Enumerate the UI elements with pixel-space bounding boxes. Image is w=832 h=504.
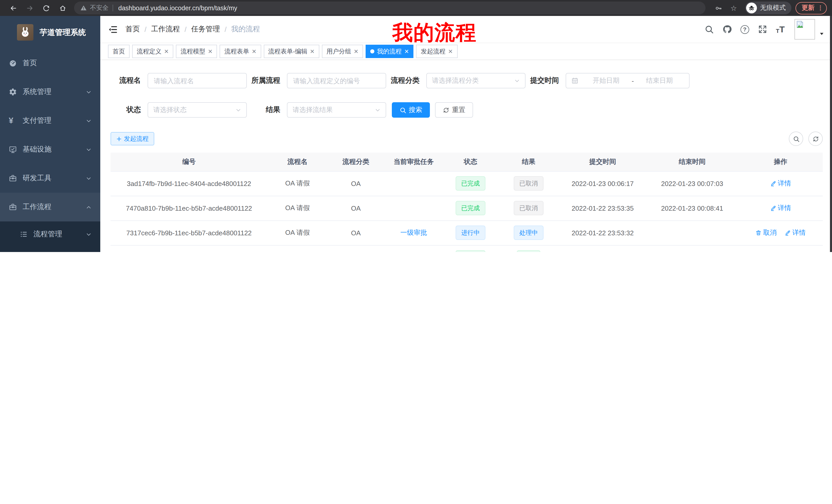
start-date-placeholder: 开始日期 xyxy=(581,76,631,85)
hide-search-button[interactable] xyxy=(789,132,803,146)
breadcrumb-task-mgmt[interactable]: 任务管理 xyxy=(191,25,220,34)
caret-down-icon[interactable] xyxy=(819,31,824,36)
close-icon[interactable]: ✕ xyxy=(404,48,409,55)
table-tools xyxy=(789,132,823,146)
col-name: 流程名 xyxy=(267,152,328,171)
process-name-input[interactable] xyxy=(148,74,246,88)
sidebar: 芋道管理系统 首页 系统管理 ¥ 支付管理 xyxy=(0,16,100,252)
definition-input[interactable] xyxy=(287,74,386,88)
close-icon[interactable]: ✕ xyxy=(252,48,256,55)
close-icon[interactable]: ✕ xyxy=(208,48,212,55)
browser-menu-icon[interactable] xyxy=(817,5,824,11)
pen-icon xyxy=(770,180,776,187)
chevron-down-icon xyxy=(514,78,520,83)
process-name-label: 流程名 xyxy=(110,76,148,85)
broken-image-icon xyxy=(796,20,804,29)
sidebar-item-system[interactable]: 系统管理 xyxy=(0,78,100,106)
browser-back-icon[interactable] xyxy=(10,4,17,11)
start-process-button[interactable]: 发起流程 xyxy=(110,132,154,145)
browser-forward-icon[interactable] xyxy=(26,4,33,11)
detail-link[interactable]: 详情 xyxy=(770,203,791,213)
category-select[interactable]: 请选择流程分类 xyxy=(426,73,525,88)
tab-home[interactable]: 首页 xyxy=(108,45,130,58)
incognito-badge: 无痕模式 xyxy=(745,2,791,15)
table-header-row: 编号 流程名 流程分类 当前审批任务 状态 结果 提交时间 结束时间 操作 xyxy=(110,152,823,171)
cancel-link[interactable]: 取消 xyxy=(755,228,777,237)
font-size-icon[interactable]: TT xyxy=(776,25,785,34)
chevron-down-icon xyxy=(86,231,92,237)
close-icon[interactable]: ✕ xyxy=(448,48,453,55)
app-logo-row[interactable]: 芋道管理系统 xyxy=(0,16,100,49)
dashboard-icon xyxy=(9,59,17,67)
close-icon[interactable]: ✕ xyxy=(164,48,169,55)
refresh-button[interactable] xyxy=(808,132,823,146)
tab-process-form[interactable]: 流程表单✕ xyxy=(220,45,261,58)
hamburger-icon[interactable] xyxy=(108,24,118,34)
breadcrumb-workflow[interactable]: 工作流程 xyxy=(151,25,180,34)
tags-view: 首页 流程定义✕ 流程模型✕ 流程表单✕ 流程表单-编辑✕ 用户分组✕ 我的流程… xyxy=(100,43,832,60)
sidebar-item-payment[interactable]: ¥ 支付管理 xyxy=(0,106,100,135)
refresh-icon xyxy=(812,135,819,142)
sidebar-item-home[interactable]: 首页 xyxy=(0,49,100,78)
col-status: 状态 xyxy=(443,152,498,171)
search-button[interactable]: 搜索 xyxy=(392,102,430,118)
fullscreen-icon[interactable] xyxy=(758,25,767,34)
search-icon xyxy=(399,107,406,113)
password-key-icon[interactable] xyxy=(715,4,722,11)
calendar-icon xyxy=(571,77,578,84)
tab-user-group[interactable]: 用户分组✕ xyxy=(322,45,363,58)
tab-start-process[interactable]: 发起流程✕ xyxy=(416,45,458,58)
sidebar-item-process-mgmt[interactable]: 流程管理 xyxy=(0,221,100,247)
screen: 不安全 dashboard.yudao.iocoder.cn/bpm/task/… xyxy=(0,0,832,252)
breadcrumb-current: 我的流程 xyxy=(231,25,260,34)
detail-link[interactable]: 详情 xyxy=(785,228,806,237)
sidebar-item-workflow[interactable]: 工作流程 xyxy=(0,193,100,221)
tab-my-process[interactable]: 我的流程✕ xyxy=(366,45,413,58)
bookmark-star-icon[interactable]: ☆ xyxy=(730,4,737,11)
browser-reload-icon[interactable] xyxy=(43,4,50,11)
detail-link[interactable]: 详情 xyxy=(770,179,791,188)
close-icon[interactable]: ✕ xyxy=(310,48,314,55)
browser-update-button[interactable]: 更新 xyxy=(796,2,827,14)
status-badge: 已完成 xyxy=(456,176,486,191)
pen-icon xyxy=(770,205,776,211)
briefcase-icon xyxy=(9,174,17,183)
pen-icon xyxy=(785,230,791,236)
breadcrumb-home[interactable]: 首页 xyxy=(126,25,140,34)
breadcrumb-separator: / xyxy=(145,25,147,33)
breadcrumb-separator: / xyxy=(225,25,227,33)
chevron-up-icon xyxy=(86,204,92,210)
filter-row-1: 流程名 所属流程 流程分类 请选择流程分类 提交时间 xyxy=(110,73,823,88)
submit-time-range-picker[interactable]: 开始日期 - 结束日期 xyxy=(566,73,690,88)
col-submit-time: 提交时间 xyxy=(560,152,646,171)
page-content: 流程名 所属流程 流程分类 请选择流程分类 提交时间 xyxy=(100,60,832,252)
reset-button[interactable]: 重置 xyxy=(435,102,473,118)
user-menu[interactable] xyxy=(795,19,824,39)
result-select[interactable]: 请选择流结果 xyxy=(287,102,386,118)
col-result: 结果 xyxy=(498,152,560,171)
search-icon[interactable] xyxy=(704,25,714,34)
tab-process-definition[interactable]: 流程定义✕ xyxy=(132,45,173,58)
trash-icon xyxy=(755,230,761,236)
browser-toolbar: 不安全 dashboard.yudao.iocoder.cn/bpm/task/… xyxy=(0,0,832,16)
window-edge xyxy=(830,16,832,252)
chevron-down-icon xyxy=(86,89,92,95)
col-task: 当前审批任务 xyxy=(384,152,443,171)
navbar: 首页 / 工作流程 / 任务管理 / 我的流程 我的流程 ? TT xyxy=(100,16,832,43)
address-bar[interactable]: 不安全 dashboard.yudao.iocoder.cn/bpm/task/… xyxy=(74,2,706,15)
browser-home-icon[interactable] xyxy=(59,4,66,11)
monitor-icon xyxy=(9,145,17,153)
end-date-placeholder: 结束日期 xyxy=(635,76,684,85)
current-task-link[interactable]: 一级审批 xyxy=(400,229,427,236)
avatar[interactable] xyxy=(795,19,815,39)
close-icon[interactable]: ✕ xyxy=(354,48,358,55)
github-icon[interactable] xyxy=(723,25,732,34)
sidebar-item-devtools[interactable]: 研发工具 xyxy=(0,164,100,193)
sidebar-item-infra[interactable]: 基础设施 xyxy=(0,135,100,164)
tab-process-model[interactable]: 流程模型✕ xyxy=(176,45,217,58)
status-select[interactable]: 请选择状态 xyxy=(148,102,247,118)
tab-process-form-edit[interactable]: 流程表单-编辑✕ xyxy=(263,45,319,58)
help-icon[interactable]: ? xyxy=(740,25,749,34)
sidebar-item-task-mgmt[interactable]: 任务管理 xyxy=(0,247,100,252)
sidebar-menu: 首页 系统管理 ¥ 支付管理 基础设施 xyxy=(0,49,100,252)
